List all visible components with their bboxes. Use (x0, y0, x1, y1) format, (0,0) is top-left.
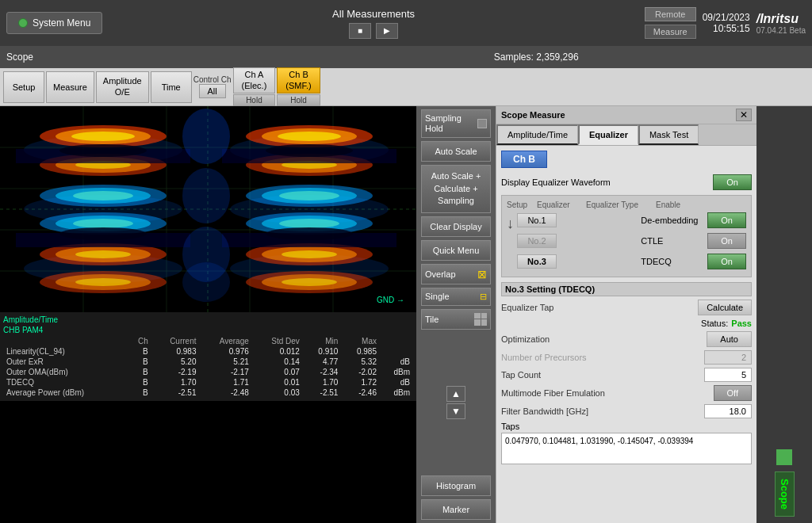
datetime-display: 09/21/2023 10:55:15 (703, 12, 750, 34)
table-row: Average Power (dBm)B-2.51-2.480.03-2.51-… (3, 387, 413, 398)
histogram-button[interactable]: Histogram (421, 475, 491, 496)
eq-no2-button[interactable]: No.2 (517, 234, 557, 248)
close-button[interactable]: ✕ (736, 109, 752, 121)
tile-icon (474, 313, 487, 326)
eq-enable-2-button[interactable]: On (707, 233, 746, 249)
optimization-row: Optimization Auto (501, 331, 752, 347)
svg-text:GND →: GND → (377, 296, 404, 304)
ch-b-hold-button[interactable]: Hold (277, 94, 320, 106)
control-ch-label: Control Ch (193, 75, 232, 84)
measure-button[interactable]: Measure (46, 71, 94, 103)
col-header-average: Average (200, 336, 252, 346)
eq-header-enable: Enable (656, 200, 680, 209)
calculate-button[interactable]: Calculate (698, 300, 752, 315)
marker-button[interactable]: Marker (421, 499, 491, 520)
scope-label: Scope (6, 52, 33, 63)
scroll-up-button[interactable]: ▲ (446, 386, 465, 402)
col-header-unit (380, 336, 413, 346)
right-panel-title: Scope Measure (501, 110, 565, 120)
scope-side-label[interactable]: Scope (775, 471, 795, 517)
toolbar: Setup Measure Amplitude O/E Time Control… (0, 68, 812, 106)
stop-button[interactable]: ■ (349, 23, 371, 39)
table-row: Outer OMA(dBm)B-2.19-2.170.07-2.34-2.02d… (3, 367, 413, 377)
taps-label: Taps (501, 422, 752, 431)
tab-amplitude-time[interactable]: Amplitude/Time (496, 124, 578, 145)
display-eq-on-button[interactable]: On (713, 174, 752, 190)
status-row: Status: Pass (501, 319, 752, 328)
control-ch-group: Control Ch All (193, 75, 232, 98)
sampling-indicator (477, 119, 487, 128)
samples-label: Samples: 2,359,296 (494, 52, 579, 63)
table-row: Linearity(CL_94)B0.9830.9760.0120.9100.9… (3, 346, 413, 357)
taps-section: Taps 0.047970, 0.104481, 1.031990, -0.14… (501, 422, 752, 464)
display-eq-label: Display Equalizer Waveform (501, 178, 713, 187)
ch-b-selector-button[interactable]: Ch B (501, 151, 547, 168)
filter-bw-value[interactable]: 18.0 (704, 404, 752, 418)
svg-point-22 (278, 132, 341, 141)
scroll-controls: ▲ ▼ (446, 386, 465, 419)
auto-button[interactable]: Auto (707, 331, 752, 347)
play-button[interactable]: ▶ (376, 23, 398, 39)
overlap-button[interactable]: Overlap ⊠ (421, 264, 491, 284)
tab-mask-test[interactable]: Mask Test (638, 124, 699, 145)
remote-button[interactable]: Remote (645, 7, 696, 21)
scroll-down-button[interactable]: ▼ (446, 403, 465, 419)
eq-enable-1-button[interactable]: On (707, 212, 746, 228)
svg-point-40 (279, 219, 339, 228)
eq-no3-button[interactable]: No.3 (517, 254, 557, 269)
col-header-name (3, 336, 127, 346)
all-measurements-section: All Measurements ■ ▶ (332, 8, 415, 39)
side-indicator (776, 449, 792, 465)
eq-row-3: No.3 TDECQ On (517, 254, 746, 269)
eq-tap-row: Equalizer Tap Calculate (501, 300, 752, 315)
precursors-row: Number of Precursors 2 (501, 350, 752, 365)
eq-rows-group: ↓ No.1 De-embedding On No.2 (507, 212, 746, 272)
top-bar: System Menu All Measurements ■ ▶ Remote … (0, 0, 812, 46)
tap-count-value[interactable]: 5 (704, 368, 752, 382)
col-header-max: Max (341, 336, 380, 346)
table-row: Outer ExRB5.205.210.144.775.32dB (3, 357, 413, 367)
auto-scale-button[interactable]: Auto Scale (421, 141, 491, 162)
svg-point-59 (59, 227, 147, 240)
status-value: Pass (731, 319, 752, 328)
time-button[interactable]: Time (151, 71, 192, 103)
data-table-area: Amplitude/Time CHB PAM4 Ch Current Avera… (0, 312, 416, 401)
all-measurements-label: All Measurements (332, 8, 415, 20)
data-table-title1: Amplitude/Time (3, 315, 413, 324)
auto-scale-calc-button[interactable]: Auto Scale + Calculate + Sampling (421, 165, 491, 212)
filter-bw-row: Filter Bandwidth [GHz] 18.0 (501, 404, 752, 418)
system-menu-button[interactable]: System Menu (6, 12, 102, 34)
eq-enable-3-button[interactable]: On (707, 254, 746, 269)
col-header-stddev: Std Dev (252, 336, 303, 346)
tile-button[interactable]: Tile (421, 309, 491, 330)
eq-row-1: No.1 De-embedding On (517, 212, 746, 228)
clear-display-button[interactable]: Clear Display (421, 216, 491, 237)
quick-menu-button[interactable]: Quick Menu (421, 240, 491, 261)
multimode-row: Multimode Fiber Emulation Off (501, 385, 752, 401)
multimode-value-button[interactable]: Off (714, 385, 752, 401)
setup-button[interactable]: Setup (3, 71, 44, 103)
eq-column-headers: Setup Equalizer Equalizer Type Enable (507, 200, 746, 209)
sampling-hold-button[interactable]: Sampling Hold (421, 109, 491, 138)
eq-type-1-label: De-embedding (641, 216, 704, 225)
amplitude-oe-button[interactable]: Amplitude O/E (96, 71, 149, 103)
ch-a-hold-button[interactable]: Hold (233, 94, 276, 106)
scope-side-panel: Scope (756, 106, 812, 523)
ch-a-button[interactable]: Ch A (Elec.) (233, 67, 276, 93)
single-button[interactable]: Single ⊟ (421, 288, 491, 306)
mid-controls: Sampling Hold Auto Scale Auto Scale + Ca… (416, 106, 496, 523)
tab-equalizer[interactable]: Equalizer (578, 124, 638, 145)
main-area: GND → Amplitude/Time CHB PAM4 Ch Current… (0, 106, 812, 523)
display-eq-row: Display Equalizer Waveform On (501, 174, 752, 190)
optimization-label: Optimization (501, 334, 707, 344)
all-button[interactable]: All (199, 84, 226, 98)
eq-no1-button[interactable]: No.1 (517, 213, 557, 227)
eye-diagram: GND → (0, 106, 416, 312)
eye-diagram-svg: GND → (0, 106, 416, 312)
tap-count-row: Tap Count 5 (501, 368, 752, 382)
measure-button[interactable]: Measure (645, 25, 696, 39)
precursors-label: Number of Precursors (501, 353, 704, 362)
am-controls: ■ ▶ (332, 23, 415, 39)
ch-b-button[interactable]: Ch B (SMF.) (277, 67, 320, 93)
status-label: Status: (701, 319, 728, 328)
